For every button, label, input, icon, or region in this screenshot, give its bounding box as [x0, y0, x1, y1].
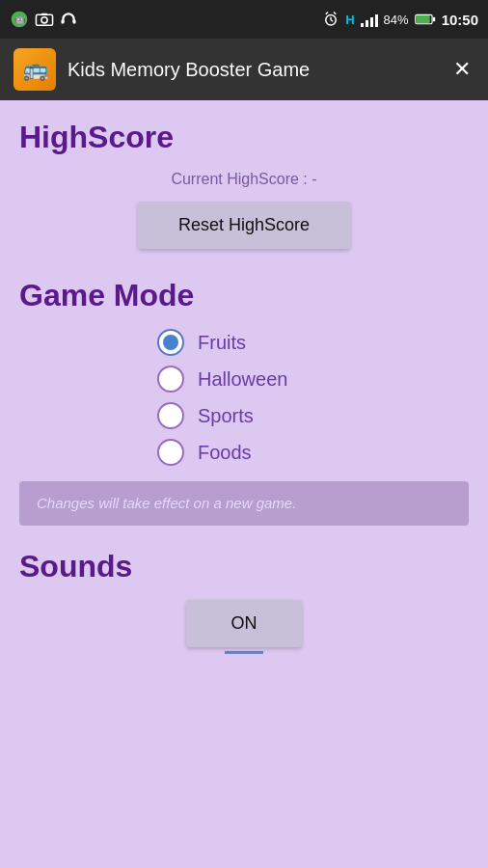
- svg-rect-13: [416, 15, 429, 23]
- radio-circle-fruits: [157, 329, 184, 356]
- close-button[interactable]: ✕: [449, 55, 474, 84]
- radio-label-foods: Foods: [198, 442, 252, 464]
- signal-bars: [361, 12, 378, 27]
- svg-text:🤖: 🤖: [14, 14, 26, 25]
- title-bar: 🚌 Kids Memory Booster Game ✕: [0, 39, 488, 100]
- changes-notice: Changes will take effect on a new game.: [19, 481, 469, 526]
- svg-point-3: [41, 17, 47, 23]
- radio-circle-halloween: [157, 366, 184, 393]
- gamemode-section: Game Mode Fruits Halloween Sports Foods: [19, 278, 469, 526]
- status-bar-right: H 84% 10:50: [322, 11, 478, 28]
- app-icon: 🚌: [14, 48, 56, 91]
- headphone-icon: [60, 11, 77, 28]
- radio-label-sports: Sports: [198, 405, 254, 427]
- svg-rect-6: [73, 20, 76, 24]
- radio-group: Fruits Halloween Sports Foods: [19, 329, 469, 466]
- svg-rect-14: [432, 17, 434, 22]
- sounds-toggle-button[interactable]: ON: [186, 600, 302, 647]
- main-content: HighScore Current HighScore : - Reset Hi…: [0, 100, 488, 868]
- gamemode-title: Game Mode: [19, 278, 469, 313]
- alarm-icon: [322, 11, 339, 28]
- radio-circle-foods: [157, 439, 184, 466]
- svg-line-9: [331, 20, 333, 22]
- sounds-toggle-wrapper: ON: [19, 600, 469, 654]
- svg-line-11: [334, 13, 336, 14]
- battery-icon: [415, 14, 436, 25]
- svg-rect-4: [41, 14, 47, 15]
- highscore-title: HighScore: [19, 120, 469, 155]
- radio-fruits[interactable]: Fruits: [157, 329, 331, 356]
- radio-sports[interactable]: Sports: [157, 402, 331, 429]
- android-icon: 🤖: [10, 10, 29, 29]
- sounds-section: Sounds ON: [19, 549, 469, 654]
- radio-halloween[interactable]: Halloween: [157, 366, 331, 393]
- status-bar: 🤖 H 84%: [0, 0, 488, 39]
- app-title: Kids Memory Booster Game: [68, 59, 438, 81]
- status-bar-left: 🤖: [10, 10, 77, 29]
- time: 10:50: [442, 12, 478, 28]
- radio-circle-sports: [157, 402, 184, 429]
- radio-foods[interactable]: Foods: [157, 439, 331, 466]
- photo-icon: [35, 13, 54, 26]
- reset-highscore-button[interactable]: Reset HighScore: [138, 202, 350, 249]
- svg-line-10: [326, 13, 328, 14]
- toggle-underline: [225, 651, 263, 654]
- svg-rect-5: [62, 20, 65, 24]
- changes-notice-text: Changes will take effect on a new game.: [37, 495, 296, 511]
- radio-label-fruits: Fruits: [198, 332, 246, 354]
- battery-percentage: 84%: [384, 13, 409, 27]
- sounds-toggle-container: ON: [186, 600, 302, 654]
- current-highscore-label: Current HighScore : -: [19, 171, 469, 188]
- highscore-section: HighScore Current HighScore : - Reset Hi…: [19, 120, 469, 249]
- radio-label-halloween: Halloween: [198, 368, 287, 391]
- sounds-title: Sounds: [19, 549, 469, 584]
- network-h-icon: H: [345, 13, 354, 27]
